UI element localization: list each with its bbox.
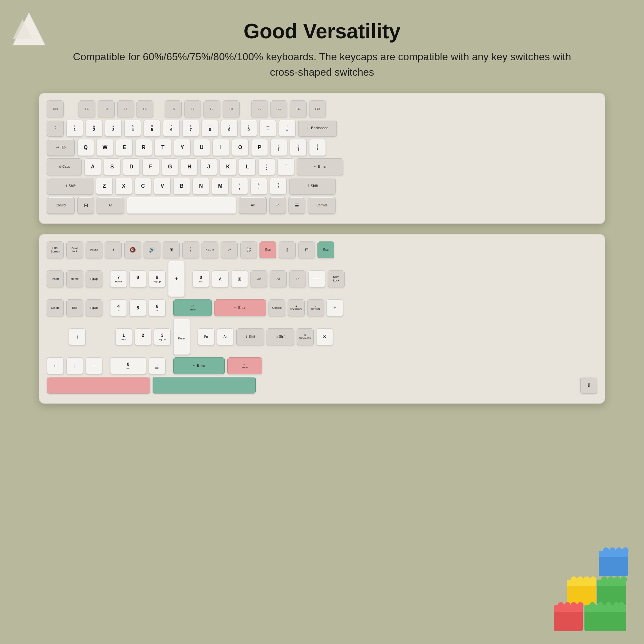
- key-shift-up[interactable]: ⇧: [279, 241, 296, 258]
- key-6[interactable]: ^ 6: [163, 120, 180, 137]
- key-quote[interactable]: " ': [278, 158, 294, 175]
- key-num6[interactable]: 6 →: [149, 299, 166, 316]
- key-rshift[interactable]: ⇧ Shift: [289, 178, 336, 194]
- key-pgdn[interactable]: PgDn: [86, 299, 102, 316]
- key-up-arrow[interactable]: ↑: [69, 328, 86, 345]
- key-backslash2[interactable]: ↗: [221, 241, 238, 258]
- key-f9[interactable]: F9: [251, 100, 268, 117]
- key-esc-pink[interactable]: Esc: [260, 241, 276, 258]
- key-5[interactable]: % 5: [144, 120, 160, 137]
- key-1[interactable]: ! 1: [66, 120, 83, 137]
- key-fn-r[interactable]: Fn: [289, 270, 306, 287]
- key-u[interactable]: U: [193, 139, 210, 156]
- key-div-numpad[interactable]: ÷: [327, 299, 343, 316]
- key-all-r[interactable]: All: [270, 270, 287, 287]
- key-o[interactable]: O: [232, 139, 249, 156]
- key-f7[interactable]: F7: [204, 100, 220, 117]
- key-4[interactable]: $ 4: [124, 120, 141, 137]
- key-rbracket[interactable]: } ]: [290, 139, 307, 156]
- key-num7[interactable]: 7 Home: [110, 270, 127, 287]
- key-f5[interactable]: F5: [165, 100, 182, 117]
- key-lbracket[interactable]: { [: [270, 139, 287, 156]
- key-vol-up[interactable]: 🔊: [144, 241, 160, 258]
- key-minus[interactable]: — -: [260, 120, 276, 137]
- key-enter-pink-2[interactable]: ↵ Enter: [227, 357, 262, 374]
- key-h[interactable]: H: [181, 158, 198, 175]
- key-num2[interactable]: 2 ↓: [135, 328, 151, 345]
- key-kbd[interactable]: KBD↑↑: [202, 241, 218, 258]
- key-x-key[interactable]: ×: [316, 328, 333, 345]
- key-x[interactable]: X: [115, 178, 132, 194]
- key-up-arrow-num[interactable]: ∧: [212, 270, 229, 287]
- key-ralt[interactable]: Alt: [239, 197, 267, 214]
- key-shift-bottom[interactable]: ⇧ Shift: [236, 328, 264, 345]
- key-lalt[interactable]: Alt: [97, 197, 124, 214]
- key-lctrl[interactable]: Control: [47, 197, 75, 214]
- key-equals[interactable]: + =: [279, 120, 296, 137]
- key-backslash[interactable]: | \: [309, 139, 326, 156]
- key-c[interactable]: C: [135, 178, 151, 194]
- key-enter-green[interactable]: ↵ Enter: [173, 299, 212, 316]
- key-left-arrow[interactable]: ←: [47, 357, 64, 374]
- key-fn-bottom[interactable]: Fn: [198, 328, 214, 345]
- key-shift-spacebar[interactable]: ⇧: [580, 377, 597, 393]
- key-k[interactable]: K: [220, 158, 236, 175]
- key-menu[interactable]: ☰: [289, 197, 305, 214]
- key-right-arrow[interactable]: →: [86, 357, 102, 374]
- key-p[interactable]: P: [251, 139, 268, 156]
- key-enter-green-2[interactable]: ← Enter: [173, 357, 225, 374]
- key-f12[interactable]: F12: [309, 100, 326, 117]
- key-m[interactable]: M: [212, 178, 229, 194]
- key-q[interactable]: Q: [77, 139, 94, 156]
- key-tab[interactable]: ⇥ Tab: [47, 139, 75, 156]
- key-f6[interactable]: F6: [184, 100, 201, 117]
- key-numplus[interactable]: +: [168, 261, 185, 297]
- key-comma[interactable]: < ,: [231, 178, 248, 194]
- key-shift-bottom2[interactable]: ⇧ Shift: [267, 328, 294, 345]
- key-num-period[interactable]: . Del: [149, 357, 166, 374]
- key-print[interactable]: PrintScreen: [47, 241, 64, 258]
- key-insert[interactable]: Insert: [47, 270, 64, 287]
- key-backspace[interactable]: ← Backspace: [298, 120, 337, 137]
- key-win[interactable]: ⊞: [77, 197, 94, 214]
- key-minus-numpad[interactable]: —: [308, 270, 325, 287]
- key-e[interactable]: E: [116, 139, 133, 156]
- key-tilde[interactable]: ~ `: [47, 120, 64, 137]
- key-s[interactable]: S: [104, 158, 120, 175]
- key-f3[interactable]: F3: [117, 100, 134, 117]
- key-esc[interactable]: Esc: [47, 100, 64, 117]
- key-z[interactable]: Z: [96, 178, 113, 194]
- key-alt-bottom[interactable]: Alt: [217, 328, 234, 345]
- key-2[interactable]: @ 2: [86, 120, 102, 137]
- key-n[interactable]: N: [193, 178, 209, 194]
- key-i[interactable]: I: [213, 139, 229, 156]
- key-ctrl-r[interactable]: Ctrl: [251, 270, 267, 287]
- key-r[interactable]: R: [135, 139, 152, 156]
- key-f2[interactable]: F2: [98, 100, 115, 117]
- key-f4[interactable]: F4: [137, 100, 153, 117]
- key-slash[interactable]: ? /: [270, 178, 287, 194]
- key-down-arrow[interactable]: ↓: [66, 357, 83, 374]
- key-num9[interactable]: 9 Pg Up: [149, 270, 166, 287]
- key-semicolon[interactable]: : ;: [258, 158, 275, 175]
- key-enter[interactable]: ← Enter: [297, 158, 343, 175]
- key-f8[interactable]: F8: [223, 100, 240, 117]
- key-num4[interactable]: 4 ←: [110, 299, 127, 316]
- key-w[interactable]: W: [97, 139, 113, 156]
- key-t[interactable]: T: [155, 139, 171, 156]
- key-8[interactable]: * 8: [202, 120, 218, 137]
- key-pause[interactable]: Pause: [86, 241, 102, 258]
- key-control-2[interactable]: Control: [269, 299, 285, 316]
- key-num1[interactable]: 1 End: [115, 328, 132, 345]
- key-num3[interactable]: 3 Pg Dn: [154, 328, 171, 345]
- key-delete[interactable]: Delete: [47, 299, 64, 316]
- key-music[interactable]: ♪: [105, 241, 122, 258]
- key-numlock[interactable]: NumLock: [328, 270, 345, 287]
- key-spacebar-pink[interactable]: [47, 377, 150, 393]
- key-7[interactable]: & 7: [182, 120, 199, 137]
- key-num-enter[interactable]: ↵Enter: [173, 319, 190, 355]
- key-enter-pink[interactable]: ← Enter: [214, 299, 266, 316]
- key-caps[interactable]: ⊙ Caps: [47, 158, 82, 175]
- key-b[interactable]: B: [173, 178, 190, 194]
- key-v[interactable]: V: [154, 178, 171, 194]
